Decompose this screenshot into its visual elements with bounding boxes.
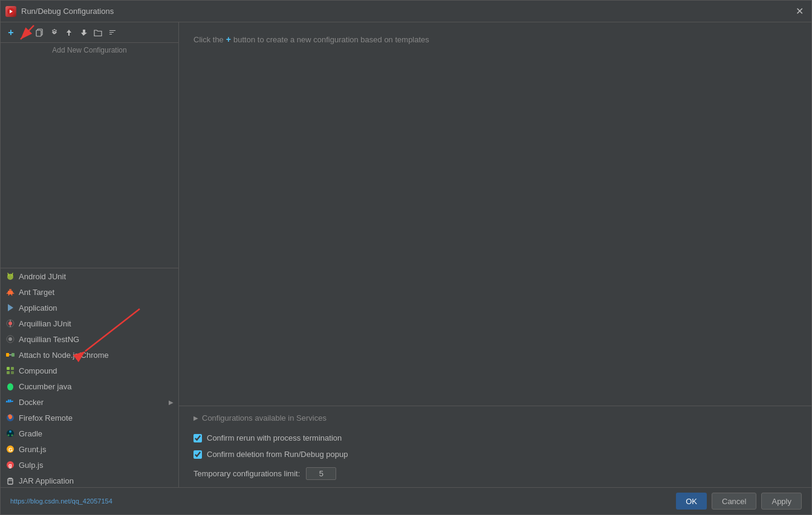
item-label-gulpjs: Gulp.js [19,461,174,470]
title-bar: Run/Debug Configurations ✕ [1,1,811,22]
svg-rect-23 [11,353,15,357]
svg-rect-26 [11,367,14,370]
checkbox-deletion-row: Confirm deletion from Run/Debug popup [193,450,797,459]
svg-line-8 [12,273,13,274]
item-icon-arquillian-junit [5,319,15,328]
list-item-cucumber-java[interactable]: Cucumber java [1,378,178,394]
svg-line-13 [8,294,9,296]
list-item-compound[interactable]: Compound [1,363,178,378]
bottom-panel: ▶ Configurations available in Services C… [179,406,811,487]
svg-rect-49 [8,479,13,484]
list-item-gruntjs[interactable]: GGrunt.js [1,441,178,457]
hint-after: button to create a new configuration bas… [233,35,429,44]
svg-point-29 [7,383,13,390]
svg-rect-37 [8,400,10,401]
add-new-label: Add New Configuration [1,43,178,268]
svg-line-7 [8,273,8,274]
item-label-cucumber-java: Cucumber java [19,382,174,391]
item-icon-android-junit [5,271,15,281]
right-content: Click the + button to create a new confi… [179,22,811,406]
checkbox-rerun[interactable] [193,434,202,442]
folder-button[interactable] [91,26,105,39]
list-item-application[interactable]: Application [1,300,178,316]
item-label-attach-nodejs: Attach to Node.js/Chrome [19,351,174,360]
settings-button[interactable] [48,26,61,39]
list-item-arquillian-testng[interactable]: Arquillian TestNG [1,331,178,347]
checkbox-deletion-label: Confirm deletion from Run/Debug popup [207,450,348,459]
item-label-compound: Compound [19,366,174,375]
item-label-jar-application: JAR Application [19,476,174,485]
list-item-attach-nodejs[interactable]: Attach to Node.js/Chrome [1,347,178,363]
item-label-gruntjs: Grunt.js [19,445,174,454]
item-label-application: Application [19,303,174,313]
cancel-button[interactable]: Cancel [712,493,756,510]
item-icon-application [5,303,15,313]
temp-config-label: Temporary configurations limit: [193,469,300,478]
item-icon-cucumber-java [5,381,15,391]
list-item-jar-application[interactable]: JAR Application [1,473,178,487]
sort-button[interactable] [106,26,119,39]
services-label: Configurations available in Services [202,413,326,423]
list-item-ant-target[interactable]: Ant Target [1,284,178,300]
footer-link[interactable]: https://blog.csdn.net/qq_42057154 [10,497,112,505]
svg-text:g: g [8,462,12,468]
app-icon [5,6,16,17]
item-label-gradle: Gradle [19,429,174,438]
list-item-docker[interactable]: Docker▶ [1,394,178,410]
svg-point-44 [11,435,13,436]
temp-config-row: Temporary configurations limit: 5 [193,467,797,480]
item-icon-compound [5,366,15,375]
svg-rect-27 [7,371,10,374]
item-icon-gradle [5,429,15,438]
toolbar: + − [1,22,178,43]
svg-rect-28 [11,371,14,374]
list-item-android-junit[interactable]: Android JUnit [1,268,178,284]
item-label-ant-target: Ant Target [19,288,174,297]
content-area: + − [1,22,811,487]
item-icon-jar-application [5,476,15,485]
svg-point-21 [8,337,12,341]
svg-point-40 [9,416,11,419]
svg-point-42 [9,430,11,433]
item-label-firefox-remote: Firefox Remote [19,413,174,423]
item-icon-attach-nodejs [5,350,15,360]
services-arrow: ▶ [193,415,198,421]
svg-rect-3 [36,30,41,36]
svg-line-14 [11,294,12,296]
list-item-gulpjs[interactable]: gGulp.js [1,457,178,473]
checkbox-rerun-row: Confirm rerun with process termination [193,433,797,442]
svg-rect-50 [8,478,12,479]
apply-button[interactable]: Apply [761,493,802,510]
item-label-arquillian-junit: Arquillian JUnit [19,319,174,328]
list-item-firefox-remote[interactable]: Firefox Remote [1,410,178,426]
item-icon-ant-target [5,287,15,297]
ok-button[interactable]: OK [676,493,707,510]
temp-config-input[interactable]: 5 [306,467,336,480]
svg-line-11 [7,293,8,294]
svg-line-32 [11,383,12,384]
close-button[interactable]: ✕ [792,4,807,19]
svg-text:G: G [8,447,13,453]
remove-button[interactable]: − [19,26,32,39]
checkbox-deletion[interactable] [193,450,202,459]
move-down-button[interactable] [77,26,90,39]
copy-button[interactable] [33,26,47,39]
hint-plus: + [226,34,231,44]
item-icon-firefox-remote [5,413,15,423]
services-row[interactable]: ▶ Configurations available in Services [193,413,797,423]
right-panel: Click the + button to create a new confi… [179,22,811,487]
svg-rect-10 [9,289,11,291]
item-label-docker: Docker [19,398,169,407]
config-list[interactable]: Android JUnitAnt TargetApplicationArquil… [1,268,178,487]
svg-point-43 [8,435,10,436]
run-debug-dialog: Run/Debug Configurations ✕ + − [0,0,812,515]
move-up-button[interactable] [62,26,76,39]
add-button[interactable]: + [4,26,18,39]
item-arrow-docker: ▶ [169,399,174,406]
item-icon-docker [5,397,15,407]
list-item-arquillian-junit[interactable]: Arquillian JUnit [1,316,178,331]
item-label-android-junit: Android JUnit [19,272,174,281]
svg-rect-36 [10,400,11,401]
svg-rect-22 [6,353,9,357]
list-item-gradle[interactable]: Gradle [1,426,178,441]
